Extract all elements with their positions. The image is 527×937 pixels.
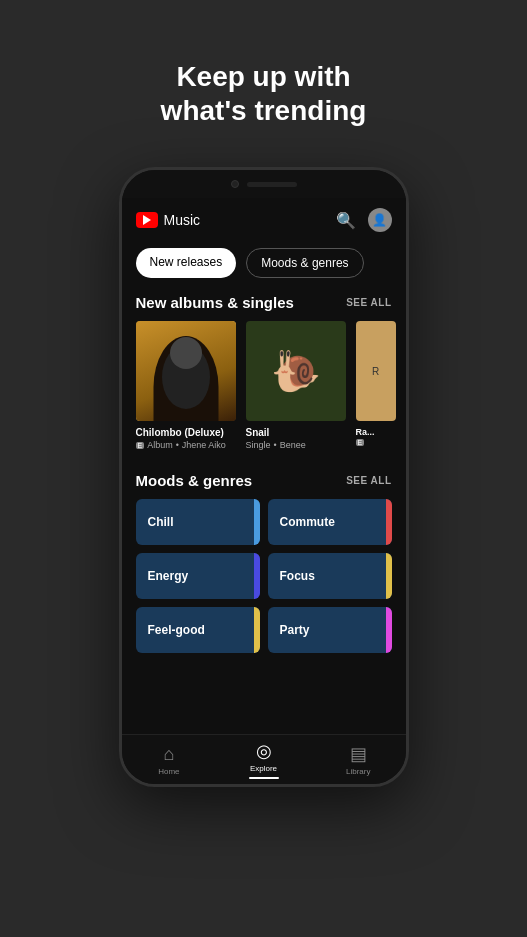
moods-section: Moods & genres SEE ALL Chill Commute Ene… [122,464,406,663]
tab-new-releases[interactable]: New releases [136,248,237,278]
play-triangle [143,215,151,225]
library-icon: ▤ [350,743,367,765]
home-icon: ⌂ [163,744,174,765]
mood-energy-stripe [254,553,260,599]
tab-buttons: New releases Moods & genres [122,240,406,290]
phone-speaker [247,182,297,187]
nav-library[interactable]: ▤ Library [311,743,406,776]
album-title-ra: Ra... [356,427,396,437]
album-sub-ra: E [356,439,396,446]
app-name: Music [164,212,201,228]
album-artist: Jhene Aiko [182,440,226,450]
nav-home[interactable]: ⌂ Home [122,744,217,776]
explicit-badge: E [136,442,145,449]
snail-art: 🐌 [256,331,336,411]
album-ra-initial: R [372,366,379,377]
albums-scroll: Chilombo (Deluxe) E Album • Jhene Aiko 🐌… [122,321,406,464]
album-card-ra[interactable]: R Ra... E [356,321,396,450]
mood-chill[interactable]: Chill [136,499,260,545]
nav-active-indicator [249,777,279,779]
moods-grid: Chill Commute Energy Focus Feel-good [122,499,406,653]
album-sub-snail: Single • Benee [246,440,346,450]
moods-title: Moods & genres [136,472,253,489]
mood-commute-label: Commute [280,515,335,529]
phone-camera [231,180,239,188]
mood-party-label: Party [280,623,310,637]
new-albums-title: New albums & singles [136,294,294,311]
nav-home-label: Home [158,767,179,776]
moods-see-all[interactable]: SEE ALL [346,475,391,486]
logo-area: Music [136,212,201,228]
mood-focus[interactable]: Focus [268,553,392,599]
avatar[interactable]: 👤 [368,208,392,232]
youtube-music-icon [136,212,158,228]
album-type: Album [147,440,173,450]
album-card-chilombo[interactable]: Chilombo (Deluxe) E Album • Jhene Aiko [136,321,236,450]
bottom-nav: ⌂ Home ◎ Explore ▤ Library [122,734,406,784]
album-thumb-snail: 🐌 [246,321,346,421]
new-albums-header: New albums & singles SEE ALL [122,290,406,321]
mood-energy-label: Energy [148,569,189,583]
mood-party-stripe [386,607,392,653]
explicit-badge-ra: E [356,439,365,446]
album-card-snail[interactable]: 🐌 Snail Single • Benee [246,321,346,450]
mood-party[interactable]: Party [268,607,392,653]
mood-commute-stripe [386,499,392,545]
top-bar: Music 🔍 👤 [122,198,406,240]
mood-feelgood[interactable]: Feel-good [136,607,260,653]
top-icons: 🔍 👤 [336,208,392,232]
album-title-snail: Snail [246,427,346,438]
tab-moods-genres[interactable]: Moods & genres [246,248,363,278]
album-type-snail: Single [246,440,271,450]
album-title-chilombo: Chilombo (Deluxe) [136,427,236,438]
mood-commute[interactable]: Commute [268,499,392,545]
mood-feelgood-stripe [254,607,260,653]
album-thumb-ra: R [356,321,396,421]
phone-notch [122,170,406,198]
nav-explore[interactable]: ◎ Explore [216,740,311,779]
moods-header: Moods & genres SEE ALL [122,468,406,499]
mood-energy[interactable]: Energy [136,553,260,599]
nav-explore-label: Explore [250,764,277,773]
mood-chill-label: Chill [148,515,174,529]
phone-mockup: Music 🔍 👤 New releases Moods & genres Ne… [119,167,409,787]
album-sub-chilombo: E Album • Jhene Aiko [136,440,236,450]
mood-feelgood-label: Feel-good [148,623,205,637]
mood-focus-label: Focus [280,569,315,583]
album-thumb-chilombo [136,321,236,421]
album-artist-snail: Benee [280,440,306,450]
nav-library-label: Library [346,767,370,776]
explore-icon: ◎ [256,740,272,762]
phone-screen: Music 🔍 👤 New releases Moods & genres Ne… [122,198,406,734]
mood-chill-stripe [254,499,260,545]
search-icon[interactable]: 🔍 [336,211,356,230]
hero-text: Keep up with what's trending [161,60,367,127]
mood-focus-stripe [386,553,392,599]
new-albums-see-all[interactable]: SEE ALL [346,297,391,308]
